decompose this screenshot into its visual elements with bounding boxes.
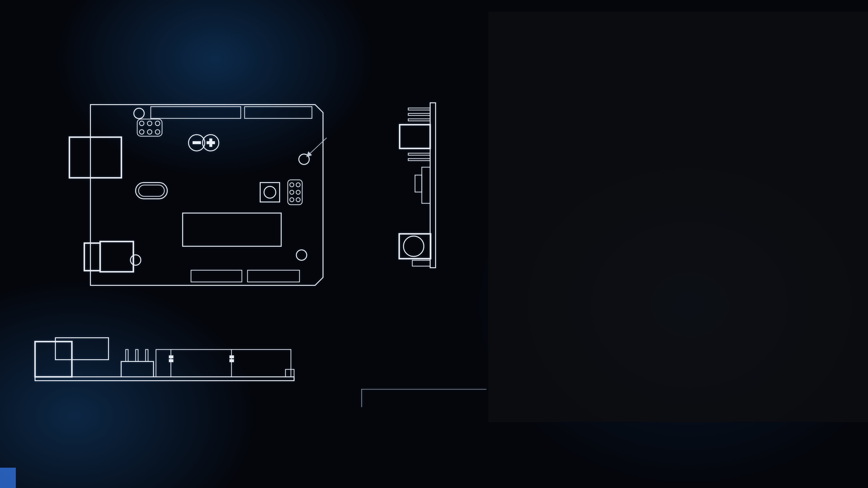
code-panel bbox=[488, 12, 868, 422]
desktop-wallpaper bbox=[0, 0, 868, 488]
code-text bbox=[488, 12, 868, 20]
minus-icon bbox=[193, 141, 201, 144]
city-glow-rect bbox=[0, 468, 16, 488]
